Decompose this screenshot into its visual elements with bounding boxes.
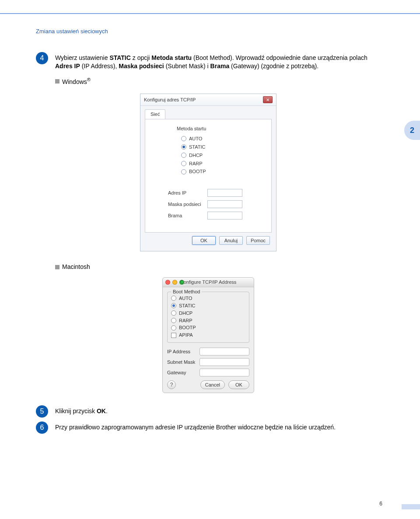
radio-icon [181, 169, 186, 174]
radio-rarp[interactable]: RARP [171, 317, 245, 324]
radio-label: AUTO [189, 136, 202, 142]
t: . [106, 408, 108, 415]
top-margin [0, 0, 420, 7]
radio-icon [171, 303, 176, 308]
t: STATIC [109, 54, 130, 61]
step-number-5: 5 [36, 405, 48, 418]
ip-field-row: IP Address [163, 346, 254, 357]
step-4-text: Wybierz ustawienie STATIC z opcji Metoda… [55, 52, 381, 70]
t: (Boot Method). Wprowadź odpowiednie dane… [192, 54, 368, 61]
mask-label: Maska podsieci [168, 201, 203, 208]
radio-static[interactable]: STATIC [171, 302, 245, 310]
boot-method-legend: Boot Method [171, 289, 202, 295]
radio-dot-icon [172, 304, 175, 307]
windows-panel: Metoda startu AUTO STATIC DHCP RARP BOOT… [145, 119, 272, 233]
radio-icon [181, 136, 186, 141]
radio-label: AUTO [179, 295, 192, 302]
mac-titlebar: Configure TCP/IP Address [163, 278, 254, 287]
t: Windows [62, 78, 87, 85]
ok-button[interactable]: OK [228, 380, 249, 389]
ok-button[interactable]: OK [192, 236, 216, 245]
radio-dhcp[interactable]: DHCP [171, 310, 245, 317]
step-number-6: 6 [36, 421, 48, 434]
close-icon[interactable]: ✕ [263, 96, 273, 103]
mask-input[interactable] [207, 200, 242, 208]
radio-auto[interactable]: AUTO [177, 135, 264, 143]
radio-icon [181, 161, 186, 166]
ip-label: IP Address [167, 348, 200, 355]
mac-dialog: Configure TCP/IP Address Boot Method AUT… [162, 277, 254, 393]
ip-label: Adres IP [168, 190, 203, 196]
t: (IP Address), [80, 63, 119, 70]
radio-label: DHCP [179, 310, 192, 317]
radio-label: STATIC [189, 144, 205, 150]
registered-icon: ® [87, 77, 91, 82]
mask-label: Subnet Mask [167, 359, 200, 366]
check-apipa[interactable]: APIPA [171, 331, 245, 339]
mac-title-text: Configure TCP/IP Address [163, 279, 254, 286]
radio-dot-icon [182, 146, 185, 148]
t: Kliknij przycisk [55, 408, 97, 415]
mac-button-row: ? Cancel OK [163, 378, 254, 389]
step-4: 4 Wybierz ustawienie STATIC z opcji Meto… [36, 52, 381, 70]
bullet-icon [55, 79, 60, 84]
mask-input[interactable] [200, 358, 249, 366]
radio-icon [181, 153, 186, 158]
radio-label: BOOTP [189, 168, 206, 175]
os-mac-label: Macintosh [62, 263, 90, 271]
cancel-button[interactable]: Cancel [200, 380, 225, 389]
radio-dhcp[interactable]: DHCP [177, 151, 264, 160]
radio-icon [171, 318, 176, 323]
t: Wybierz ustawienie [55, 54, 109, 61]
mask-field-row: Subnet Mask [163, 357, 254, 367]
mask-field-row: Maska podsieci [168, 199, 264, 210]
os-mac-line: Macintosh [36, 263, 381, 271]
help-icon[interactable]: ? [167, 380, 176, 389]
windows-button-row: OK Anuluj Pomoc [145, 233, 272, 247]
check-label: APIPA [179, 332, 193, 338]
radio-icon [181, 144, 186, 150]
t: z opcji [131, 54, 151, 61]
os-windows-label: Windows® [62, 77, 91, 86]
radio-label: RARP [189, 160, 203, 167]
os-windows-line: Windows® [36, 77, 381, 86]
bullet-icon [55, 265, 60, 269]
windows-title-text: Konfiguruj adres TCP/IP [144, 97, 196, 103]
radio-label: DHCP [189, 152, 203, 159]
cancel-button[interactable]: Anuluj [219, 236, 243, 245]
gateway-input[interactable] [207, 212, 242, 219]
gw-field-row: Gateway [163, 367, 254, 378]
gw-field-row: Brama [168, 210, 264, 221]
radio-auto[interactable]: AUTO [171, 295, 245, 302]
radio-label: STATIC [179, 303, 195, 309]
page-header: Zmiana ustawień sieciowych [0, 14, 420, 35]
radio-rarp[interactable]: RARP [177, 160, 264, 168]
radio-icon [171, 296, 176, 301]
radio-static[interactable]: STATIC [177, 143, 264, 151]
step-5: 5 Kliknij przycisk OK. [36, 405, 381, 415]
tab-row: Sieć [145, 109, 272, 119]
footer-tab [402, 504, 420, 509]
step-5-text: Kliknij przycisk OK. [55, 405, 381, 415]
boot-method-label: Metoda startu [177, 125, 264, 132]
gateway-input[interactable] [200, 369, 249, 376]
radio-bootp[interactable]: BOOTP [177, 167, 264, 176]
radio-bootp[interactable]: BOOTP [171, 324, 245, 331]
step-6-text: Przy prawidłowo zaprogramowanym adresie … [55, 421, 381, 432]
step-number-4: 4 [36, 52, 48, 64]
radio-label: RARP [179, 317, 192, 324]
t: Brama [210, 63, 230, 70]
radio-label: BOOTP [179, 324, 196, 331]
page-number: 6 [379, 501, 382, 507]
t: Metoda startu [151, 54, 192, 61]
t: (Gateway) (zgodnie z potrzebą). [229, 63, 318, 70]
windows-body: Sieć Metoda startu AUTO STATIC DHCP RARP… [140, 106, 276, 251]
help-button[interactable]: Pomoc [246, 236, 270, 245]
checkbox-icon [171, 333, 176, 338]
ip-input[interactable] [207, 189, 242, 197]
t: Adres IP [55, 63, 80, 70]
tab-network[interactable]: Sieć [145, 109, 165, 119]
ip-input[interactable] [200, 348, 249, 355]
t: Maska podsieci [119, 63, 164, 70]
radio-icon [171, 310, 176, 316]
